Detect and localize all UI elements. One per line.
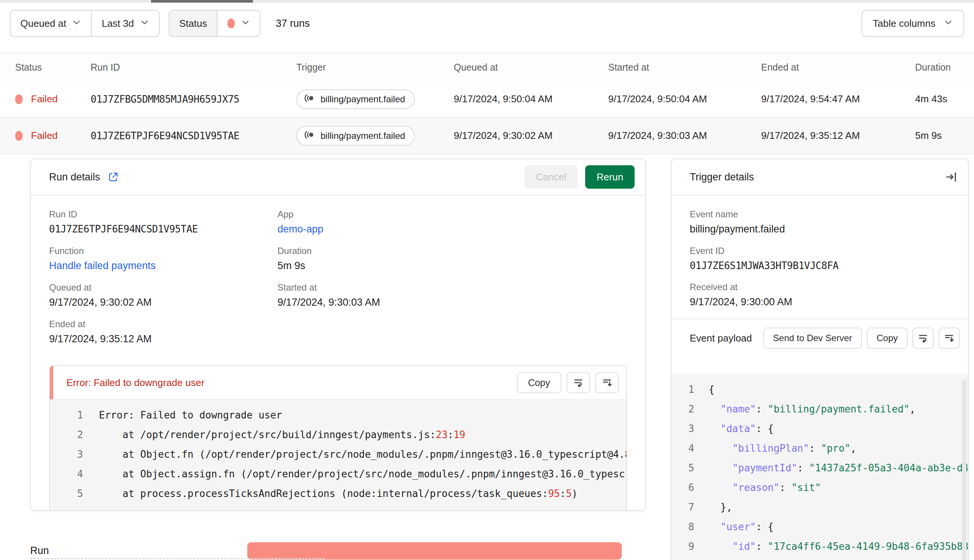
stack-trace[interactable]: 1Error: Failed to downgrade user2 at /op…	[50, 399, 626, 511]
rerun-button[interactable]: Rerun	[585, 165, 635, 189]
scroll-to-bottom-icon[interactable]	[595, 372, 619, 393]
line-number: 5	[680, 462, 694, 473]
run-details-title: Run details	[49, 171, 100, 183]
column-header-started-at[interactable]: Started at	[608, 62, 761, 73]
field-event-id: Event ID 01J7ZE6S1MJWA33HT9B1VJC8FA	[690, 246, 950, 271]
line-content: at Object.fn (/opt/render/project/src/no…	[99, 449, 626, 460]
payload-json-line: 6 "reason": "sit"	[672, 478, 968, 497]
payload-json-line: 2 "name": "billing/payment.failed",	[672, 399, 968, 419]
runs-table-body: Failed01J7ZFBG5DMM85MJA9H659JX75billing/…	[0, 81, 974, 154]
horizontal-scrollbar[interactable]	[0, 0, 974, 3]
scrollbar-thumb[interactable]	[151, 0, 253, 3]
trigger-cell: billing/payment.failed	[296, 126, 454, 146]
event-name-label: billing/payment.failed	[320, 130, 405, 141]
line-number: 3	[680, 423, 694, 434]
line-number: 2	[680, 403, 694, 415]
column-header-queued-at[interactable]: Queued at	[454, 62, 608, 73]
line-number: 5	[64, 488, 83, 499]
runs-count: 37 runs	[275, 18, 310, 30]
chevron-down-icon	[241, 18, 250, 30]
line-number: 1	[64, 410, 83, 421]
timeline-run-bar[interactable]	[247, 542, 622, 560]
line-number: 2	[64, 429, 83, 440]
collapse-panel-icon[interactable]	[945, 171, 957, 183]
payload-json-line: 9 "id": "17ca4ff6-45ea-4149-9b48-6fa935b…	[672, 537, 968, 556]
queued-at-filter[interactable]: Queued at	[10, 10, 91, 36]
copy-payload-button[interactable]: Copy	[867, 328, 907, 349]
trigger-cell: billing/payment.failed	[296, 90, 454, 109]
started-at-cell: 9/17/2024, 9:30:03 AM	[608, 130, 761, 142]
field-queued-at: Queued at 9/17/2024, 9:30:02 AM	[49, 282, 277, 308]
column-header-run-id[interactable]: Run ID	[91, 62, 296, 73]
stack-trace-line: 4 at Object.assign.fn (/opt/render/proje…	[50, 464, 626, 484]
timeline-dashes	[30, 558, 325, 559]
status-filter-group: Status	[169, 10, 261, 37]
payload-json-line: 4 "billingPlan": "pro",	[672, 438, 968, 458]
event-trigger-pill[interactable]: billing/payment.failed	[296, 126, 415, 146]
time-range-value: Last 3d	[102, 18, 133, 30]
event-payload-json[interactable]: 1{2 "name": "billing/payment.failed",3 "…	[672, 373, 968, 560]
status-cell: Failed	[15, 130, 91, 142]
line-number: 7	[680, 502, 694, 513]
line-content: {	[709, 384, 715, 395]
payload-json-line: 8 "user": {	[672, 517, 968, 537]
chevron-down-icon	[140, 18, 149, 30]
line-content: "paymentId": "1437a25f-05a3-404a-ab3e-d4…	[709, 462, 968, 473]
function-link[interactable]: Handle failed payments	[49, 260, 277, 272]
column-header-ended-at[interactable]: Ended at	[761, 62, 915, 73]
send-to-dev-server-button[interactable]: Send to Dev Server	[763, 328, 862, 349]
line-content: "id": "17ca4ff6-45ea-4149-9b48-6fa935b83…	[709, 541, 968, 552]
line-content: at process.processTicksAndRejections (no…	[99, 488, 578, 499]
line-content: "user": {	[709, 521, 774, 532]
field-ended-at: Ended at 9/17/2024, 9:35:12 AM	[49, 319, 277, 345]
trigger-details-header: Trigger details	[672, 159, 968, 195]
line-content: "reason": "sit"	[709, 482, 821, 493]
payload-scrollbar[interactable]	[962, 380, 966, 560]
time-range-filter[interactable]: Last 3d	[91, 10, 158, 36]
table-columns-button[interactable]: Table columns	[862, 10, 964, 37]
chevron-down-icon	[72, 18, 81, 30]
ended-at-cell: 9/17/2024, 9:54:47 AM	[761, 93, 915, 105]
run-id-value: 01J7ZE6TPJF6E94NCSD1V95TAE	[49, 223, 277, 235]
event-name-label: billing/payment.failed	[320, 94, 405, 105]
field-app: App demo-app	[277, 209, 627, 235]
field-received-at: Received at 9/17/2024, 9:30:00 AM	[690, 282, 950, 308]
line-number: 9	[680, 541, 694, 552]
runs-table-header: Status Run ID Trigger Queued at Started …	[0, 53, 974, 81]
app-link[interactable]: demo-app	[277, 223, 627, 235]
event-payload-header: Event payload Send to Dev Server Copy	[672, 319, 968, 357]
table-row[interactable]: Failed01J7ZE6TPJF6E94NCSD1V95TAEbilling/…	[0, 118, 974, 154]
payload-json-line: 10 }	[672, 556, 968, 560]
payload-json-line: 7 },	[672, 497, 968, 517]
trigger-details-panel: Trigger details Event name billing/payme…	[671, 158, 969, 560]
failed-status-dot	[227, 18, 235, 28]
line-number: 1	[680, 384, 694, 395]
word-wrap-icon[interactable]	[567, 372, 590, 393]
external-link-icon[interactable]	[108, 171, 119, 183]
status-badge: Failed	[31, 93, 58, 105]
line-content: at Object.assign.fn (/opt/render/project…	[99, 468, 626, 480]
column-header-trigger[interactable]: Trigger	[296, 62, 454, 73]
status-filter-label[interactable]: Status	[170, 10, 217, 36]
cancel-button[interactable]: Cancel	[524, 165, 578, 189]
table-row[interactable]: Failed01J7ZFBG5DMM85MJA9H659JX75billing/…	[0, 81, 974, 118]
failed-status-dot	[15, 94, 23, 104]
event-trigger-pill[interactable]: billing/payment.failed	[296, 90, 415, 109]
word-wrap-icon[interactable]	[912, 328, 934, 349]
run-details-header: Run details Cancel Rerun	[31, 159, 645, 195]
status-cell: Failed	[15, 93, 91, 105]
payload-json-line: 1{	[672, 380, 968, 399]
line-content: at /opt/render/project/src/build/inngest…	[99, 429, 465, 440]
column-header-duration[interactable]: Duration	[915, 62, 959, 73]
scroll-to-bottom-icon[interactable]	[939, 328, 960, 349]
failed-status-dot	[15, 131, 23, 141]
copy-error-button[interactable]: Copy	[517, 372, 561, 393]
line-number: 4	[64, 468, 83, 480]
line-number: 4	[680, 443, 694, 454]
error-card-header: Error: Failed to downgrade user Copy	[50, 366, 626, 399]
status-filter-value[interactable]	[217, 10, 260, 36]
duration-cell: 5m 9s	[915, 130, 959, 142]
payload-json-line: 5 "paymentId": "1437a25f-05a3-404a-ab3e-…	[672, 458, 968, 478]
column-header-status[interactable]: Status	[15, 62, 91, 73]
field-function: Function Handle failed payments	[49, 246, 277, 272]
